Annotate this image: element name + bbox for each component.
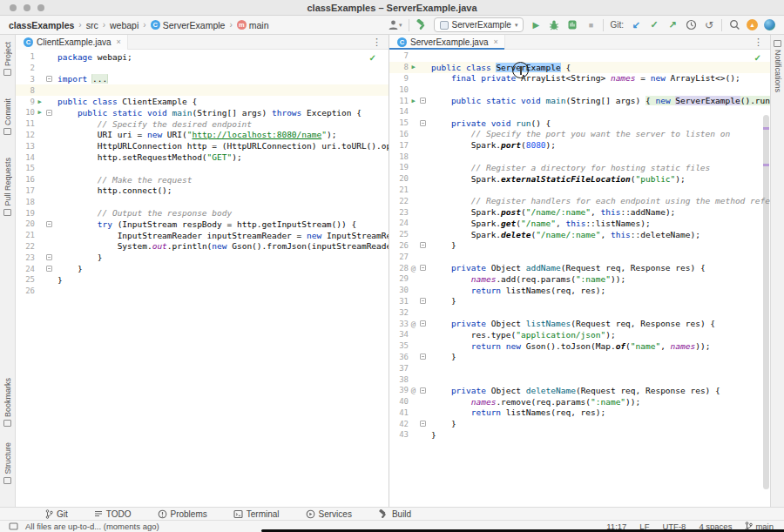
code-token: http://localhost:8080/name xyxy=(192,130,321,139)
toolwindow-build[interactable]: Build xyxy=(378,509,411,519)
code-token: delete xyxy=(501,230,531,239)
breadcrumb-item-src[interactable]: src xyxy=(86,20,98,30)
run-button[interactable]: ▶ xyxy=(530,18,542,32)
run-line-icon[interactable]: ▶ xyxy=(35,109,44,116)
annotation-icon[interactable]: @ xyxy=(409,320,418,328)
ide-update-notification-icon[interactable]: ▴ xyxy=(747,19,758,30)
method-icon: m xyxy=(237,20,247,30)
breadcrumb-item-class[interactable]: C ServerExample xyxy=(151,20,226,30)
toolwindow-terminal[interactable]: Terminal xyxy=(233,509,280,519)
fold-marker[interactable] xyxy=(418,120,427,126)
git-push-button[interactable]: ↗ xyxy=(666,18,679,32)
fold-box-icon[interactable] xyxy=(46,76,52,82)
fold-box-icon[interactable] xyxy=(420,387,426,394)
toolwindow-problems[interactable]: Problems xyxy=(158,509,207,519)
tab-serverexample[interactable]: C ServerExample.java × xyxy=(389,35,505,50)
fold-box-icon[interactable] xyxy=(46,110,52,116)
code-token: , xyxy=(660,341,670,351)
fold-marker[interactable] xyxy=(418,421,427,427)
code-line: 3import ... xyxy=(16,74,389,85)
class-icon: C xyxy=(24,37,33,47)
git-commit-button[interactable]: ✓ xyxy=(648,18,660,32)
minimize-window-button[interactable] xyxy=(24,4,30,11)
code-token: listNames(req, res); xyxy=(501,286,605,295)
fold-marker[interactable] xyxy=(418,242,427,248)
class-icon: C xyxy=(151,20,160,30)
fold-marker[interactable] xyxy=(418,387,427,394)
sidebar-item-pull-requests[interactable]: Pull Requests xyxy=(3,158,12,216)
code-token xyxy=(431,96,451,105)
annotation-icon[interactable]: @ xyxy=(409,264,418,273)
run-line-icon[interactable]: ▶ xyxy=(35,98,44,105)
fold-box-icon[interactable] xyxy=(46,254,52,260)
zoom-window-button[interactable] xyxy=(37,4,44,11)
fold-box-icon[interactable] xyxy=(46,266,52,272)
tool-window-toggle-icon[interactable] xyxy=(9,522,18,530)
sidebar-item-structure[interactable]: Structure xyxy=(3,442,12,484)
sidebar-item-bookmarks[interactable]: Bookmarks xyxy=(3,378,12,427)
occurrence-mark xyxy=(763,164,769,166)
fold-marker[interactable] xyxy=(418,298,427,304)
search-everywhere-button[interactable] xyxy=(728,18,740,32)
editor-scrollbar[interactable] xyxy=(763,115,769,489)
editor-serverexample[interactable]: import ...78▶public class ServerExample … xyxy=(389,50,770,507)
debug-button[interactable] xyxy=(548,18,560,32)
toolwindow-git[interactable]: Git xyxy=(45,509,68,519)
editor-clientexample[interactable]: 1package webapi;23import ...89▶public cl… xyxy=(16,50,389,507)
close-tab-icon[interactable]: × xyxy=(117,37,121,46)
toolbar-separator xyxy=(721,19,722,31)
code-token: )); xyxy=(611,274,625,284)
run-line-icon[interactable]: ▶ xyxy=(409,64,418,71)
code-line: 1package webapi; xyxy=(16,51,389,63)
code-line: 26 } xyxy=(389,240,770,252)
code-line: 20 try (InputStream respBody = http.getI… xyxy=(16,219,389,230)
user-account-button[interactable]: ▾ xyxy=(388,18,402,32)
breadcrumb-item-project[interactable]: classExamples xyxy=(9,20,74,30)
toolwindow-todo[interactable]: TODO xyxy=(94,509,132,519)
fold-marker[interactable] xyxy=(44,110,53,116)
fold-box-icon[interactable] xyxy=(420,298,426,304)
breadcrumb-item-method[interactable]: m main xyxy=(237,20,269,30)
vcs-status-message[interactable]: All files are up-to-d... (moments ago) xyxy=(25,522,159,531)
fold-marker[interactable] xyxy=(418,265,427,271)
fold-box-icon[interactable] xyxy=(420,98,426,104)
run-line-icon[interactable]: ▶ xyxy=(409,98,418,104)
toolwindow-services[interactable]: Services xyxy=(306,509,352,519)
rollback-button[interactable]: ↺ xyxy=(703,18,715,32)
fold-box-icon[interactable] xyxy=(420,242,426,248)
fold-marker[interactable] xyxy=(44,254,53,260)
fold-marker[interactable] xyxy=(44,221,53,227)
fold-box-icon[interactable] xyxy=(420,120,426,126)
sidebar-item-project[interactable]: Project xyxy=(3,42,12,76)
history-button[interactable] xyxy=(685,18,697,32)
run-configuration-select[interactable]: ServerExample ▾ xyxy=(434,17,524,32)
breadcrumb-item-webapi[interactable]: webapi xyxy=(110,20,139,30)
inspections-ok-icon[interactable]: ✓ xyxy=(754,53,761,63)
fold-marker[interactable] xyxy=(418,354,427,360)
fold-box-icon[interactable] xyxy=(420,354,426,360)
code-text: } xyxy=(427,419,770,428)
close-tab-icon[interactable]: × xyxy=(493,37,497,46)
fold-marker[interactable] xyxy=(418,320,427,327)
fold-box-icon[interactable] xyxy=(420,265,426,271)
sidebar-item-notifications[interactable]: Notifications xyxy=(774,40,782,92)
fold-marker[interactable] xyxy=(418,98,427,104)
sidebar-item-commit[interactable]: Commit xyxy=(3,98,12,135)
editor-options-icon[interactable]: ⋮ xyxy=(747,37,770,48)
fold-box-icon[interactable] xyxy=(420,320,426,327)
fold-marker[interactable] xyxy=(44,266,53,272)
fold-marker[interactable] xyxy=(44,76,53,82)
tab-clientexample[interactable]: C ClientExample.java × xyxy=(16,35,128,50)
line-number: 26 xyxy=(16,286,35,295)
code-with-me-icon[interactable] xyxy=(764,19,775,30)
fold-box-icon[interactable] xyxy=(46,221,52,227)
build-project-button[interactable] xyxy=(416,18,428,32)
annotation-icon[interactable]: @ xyxy=(409,386,418,394)
code-token xyxy=(431,118,451,128)
run-with-coverage-button[interactable] xyxy=(566,18,578,32)
git-update-button[interactable]: ↙ xyxy=(630,18,642,32)
editor-options-icon[interactable]: ⋮ xyxy=(366,37,389,48)
close-window-button[interactable] xyxy=(10,4,17,11)
inspections-ok-icon[interactable]: ✓ xyxy=(369,53,376,63)
fold-box-icon[interactable] xyxy=(420,421,426,427)
